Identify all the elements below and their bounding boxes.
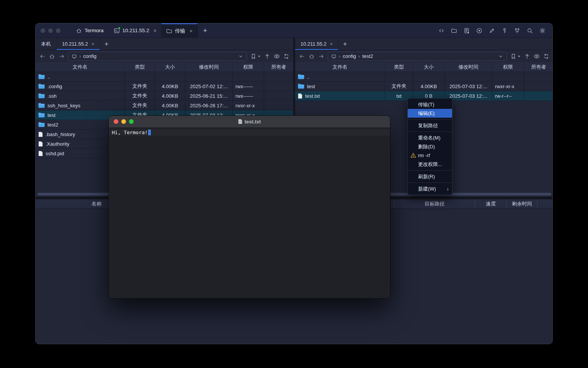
column-header[interactable]: 大小 bbox=[155, 62, 185, 72]
caret-down-icon[interactable] bbox=[258, 55, 261, 58]
file-name-cell: ssh_host_keys bbox=[36, 101, 125, 110]
file-perm-cell: rw-r--r-- bbox=[492, 91, 524, 101]
zoom-window-button[interactable] bbox=[56, 28, 60, 33]
transfer-column-header[interactable]: 目标路径 bbox=[394, 199, 475, 208]
file-row--[interactable]: .. bbox=[295, 72, 553, 82]
file-row--[interactable]: .. bbox=[36, 72, 293, 82]
file-name-cell: test.txt bbox=[295, 91, 385, 101]
upload-button[interactable] bbox=[264, 53, 270, 59]
back-button[interactable] bbox=[299, 53, 305, 59]
file-size-cell: 4.00KB bbox=[155, 82, 185, 91]
menu-item-new[interactable]: 新建(W)› bbox=[408, 184, 452, 193]
right-panel-toolbar: ›config›test2 bbox=[295, 50, 553, 62]
menu-item-transfer[interactable]: 传输(T) bbox=[408, 100, 452, 109]
caret-down-icon[interactable] bbox=[518, 55, 521, 58]
log-icon[interactable] bbox=[464, 28, 470, 34]
column-header[interactable]: 所有者 bbox=[524, 62, 553, 72]
close-tab-icon[interactable]: × bbox=[154, 28, 157, 33]
upload-button[interactable] bbox=[524, 53, 530, 59]
show-hidden-button[interactable] bbox=[274, 53, 280, 59]
tab-transfer[interactable]: 传输 × bbox=[161, 23, 198, 38]
file-row-ssh-host-keys[interactable]: ssh_host_keys文件夹4.00KB2025-06-26 17:...r… bbox=[36, 101, 293, 110]
key-icon[interactable] bbox=[501, 28, 508, 34]
keychain-icon[interactable] bbox=[514, 28, 520, 34]
new-tab-button[interactable]: + bbox=[338, 38, 351, 50]
minimize-window-button[interactable] bbox=[121, 119, 126, 124]
path-field[interactable]: ›config›test2 bbox=[328, 52, 507, 61]
file-size-cell: 4.00KB bbox=[155, 91, 185, 101]
left-panel-tabbar: 本机10.211.55.2×+ bbox=[36, 38, 293, 50]
menu-item-copy-path[interactable]: 复制路径 bbox=[408, 121, 452, 130]
path-field[interactable]: ›config bbox=[68, 52, 247, 61]
column-header[interactable]: 大小 bbox=[413, 62, 445, 72]
home-button[interactable] bbox=[309, 53, 315, 59]
menu-item-rename[interactable]: 重命名(M) bbox=[408, 133, 452, 142]
column-header[interactable]: 权限 bbox=[492, 62, 524, 72]
column-header[interactable]: 文件名 bbox=[295, 62, 385, 72]
column-header[interactable]: 修改时间 bbox=[185, 62, 233, 72]
tab-local[interactable]: 本机 bbox=[36, 38, 57, 50]
file-owner-cell bbox=[524, 91, 553, 101]
file-name: ssh_host_keys bbox=[47, 103, 80, 108]
column-header[interactable]: 修改时间 bbox=[445, 62, 492, 72]
forward-button[interactable] bbox=[59, 53, 65, 59]
close-tab-icon[interactable]: × bbox=[91, 41, 95, 47]
menu-item-edit[interactable]: 编辑(E) bbox=[408, 109, 452, 118]
editor-window-controls[interactable] bbox=[114, 119, 134, 124]
transfer-column-header[interactable]: 速度 bbox=[475, 199, 507, 208]
chevron-down-icon[interactable] bbox=[498, 54, 503, 59]
code-icon[interactable] bbox=[438, 28, 444, 34]
back-button[interactable] bbox=[39, 53, 46, 59]
minimize-window-button[interactable] bbox=[48, 28, 53, 33]
file-row-test[interactable]: test文件夹4.00KB2025-07-03 12:...rwxr-xr-x bbox=[295, 82, 553, 91]
tab-home[interactable]: Termora bbox=[70, 23, 109, 38]
menu-item-delete[interactable]: 删除(D) bbox=[408, 142, 452, 151]
file-row--ssh[interactable]: .ssh文件夹4.00KB2025-06-21 15:...rwx------ bbox=[36, 91, 293, 101]
column-header[interactable]: 类型 bbox=[125, 62, 155, 72]
transfer-column-header[interactable]: 剩余时间 bbox=[507, 199, 537, 208]
path-segment[interactable]: config bbox=[343, 53, 356, 59]
close-tab-icon[interactable]: × bbox=[330, 41, 333, 47]
edit-icon[interactable] bbox=[489, 28, 495, 34]
refresh-button[interactable] bbox=[543, 53, 549, 59]
tab-remote-session[interactable]: 10.211.55.2 × bbox=[109, 23, 162, 38]
forward-button[interactable] bbox=[318, 53, 324, 59]
editor-content[interactable]: Hi, Termora! bbox=[109, 128, 390, 299]
record-icon[interactable] bbox=[476, 28, 482, 34]
home-icon bbox=[76, 28, 82, 34]
window-controls[interactable] bbox=[36, 23, 66, 38]
home-button[interactable] bbox=[49, 53, 55, 59]
bookmark-button[interactable] bbox=[510, 53, 521, 59]
bookmark-button[interactable] bbox=[250, 53, 261, 59]
new-tab-button[interactable]: + bbox=[198, 23, 212, 38]
folder-icon[interactable] bbox=[451, 28, 457, 34]
close-window-button[interactable] bbox=[41, 28, 45, 33]
file-name: sshd.pid bbox=[46, 151, 64, 156]
show-hidden-button[interactable] bbox=[534, 53, 540, 59]
settings-icon[interactable] bbox=[539, 28, 546, 34]
folder-icon bbox=[38, 74, 45, 79]
column-header[interactable]: 文件名 bbox=[36, 62, 125, 72]
column-header[interactable]: 类型 bbox=[385, 62, 413, 72]
file-table-header: 文件名类型大小修改时间权限所有者 bbox=[295, 62, 553, 72]
tab-remote[interactable]: 10.211.55.2× bbox=[57, 38, 100, 50]
path-segment[interactable]: config bbox=[83, 53, 96, 59]
chevron-down-icon[interactable] bbox=[238, 54, 243, 59]
menu-item-refresh[interactable]: 刷新(R) bbox=[408, 172, 452, 181]
menu-item-change-permissions[interactable]: 更改权限... bbox=[408, 160, 452, 169]
column-header[interactable]: 所有者 bbox=[264, 62, 293, 72]
new-tab-button[interactable]: + bbox=[100, 38, 113, 50]
close-window-button[interactable] bbox=[114, 119, 118, 124]
file-row--config[interactable]: .config文件夹4.00KB2025-07-02 12:...rwx----… bbox=[36, 82, 293, 91]
path-segment[interactable]: test2 bbox=[362, 53, 373, 59]
file-name: test bbox=[307, 84, 315, 89]
tab-remote[interactable]: 10.211.55.2× bbox=[295, 38, 338, 50]
refresh-button[interactable] bbox=[283, 53, 289, 59]
zoom-window-button[interactable] bbox=[129, 119, 134, 124]
close-tab-icon[interactable]: × bbox=[189, 28, 193, 34]
search-icon[interactable] bbox=[527, 28, 533, 34]
menu-item-rm-rf[interactable]: rm -rf bbox=[408, 151, 452, 160]
column-header[interactable]: 权限 bbox=[233, 62, 264, 72]
file-owner-cell bbox=[524, 82, 553, 91]
bookmark-icon bbox=[510, 53, 516, 59]
